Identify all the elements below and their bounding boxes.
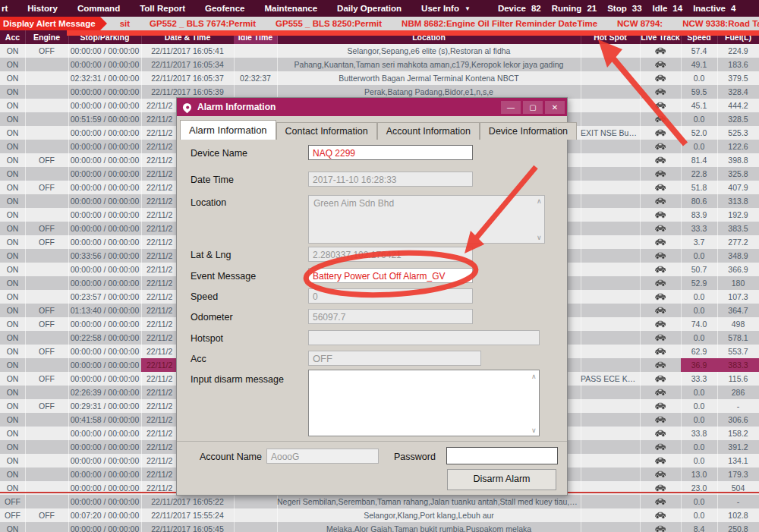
tab-contact-information[interactable]: Contact Information xyxy=(276,122,377,140)
cell-hot-spot xyxy=(581,467,641,481)
car-icon[interactable] xyxy=(654,307,666,314)
cell-acc: ON xyxy=(0,44,26,58)
car-icon[interactable] xyxy=(654,184,666,191)
cell-acc: ON xyxy=(0,58,26,71)
car-icon[interactable] xyxy=(654,115,666,123)
cell-fuel: 366.9 xyxy=(717,263,759,276)
car-icon[interactable] xyxy=(654,88,666,96)
cell-stop-parking: 00:00:00 / 00:00:00 xyxy=(68,372,142,386)
cell-engine: OFF xyxy=(25,235,69,249)
car-icon[interactable] xyxy=(654,402,666,410)
maximize-button[interactable]: ▢ xyxy=(523,101,543,114)
column-header-engine[interactable]: Engine xyxy=(25,30,69,44)
cell-live-track xyxy=(640,126,682,140)
column-header-acc[interactable]: Acc xyxy=(0,30,26,44)
car-icon[interactable] xyxy=(654,525,666,532)
cell-live-track xyxy=(640,263,682,276)
car-icon[interactable] xyxy=(654,443,666,451)
disarm-message-field[interactable] xyxy=(308,370,540,436)
cell-fuel: 398.8 xyxy=(717,153,759,167)
cell-date-time: 22/11/2017 16:05:45 xyxy=(141,522,235,532)
hotspot-field[interactable] xyxy=(308,330,540,345)
car-icon[interactable] xyxy=(654,293,666,301)
car-icon[interactable] xyxy=(654,361,666,369)
tab-alarm-information[interactable]: Alarm Information xyxy=(180,120,276,140)
car-icon[interactable] xyxy=(654,266,666,273)
menu-item-user-info[interactable]: User Info xyxy=(411,4,469,13)
menu-item-report[interactable]: rt xyxy=(0,4,17,13)
car-icon[interactable] xyxy=(654,102,666,109)
cell-live-track xyxy=(640,235,682,249)
car-icon[interactable] xyxy=(654,279,666,287)
car-icon[interactable] xyxy=(654,416,666,423)
chevron-down-icon[interactable]: ▼ xyxy=(465,5,471,12)
car-icon[interactable] xyxy=(654,170,666,178)
account-name-field[interactable]: AoooG xyxy=(266,449,379,464)
cell-hot-spot xyxy=(581,222,641,235)
cell-fuel: 391.2 xyxy=(717,440,759,454)
table-row[interactable]: ON 02:32:31 / 00:00:00 22/11/2017 16:05:… xyxy=(0,71,759,85)
date-time-field[interactable]: 2017-11-10 16:28:33 xyxy=(308,172,473,187)
location-field[interactable]: Green Aim Sdn Bhd xyxy=(308,195,545,244)
car-icon[interactable] xyxy=(654,156,666,164)
cell-live-track xyxy=(640,194,682,208)
car-icon[interactable] xyxy=(654,512,666,519)
car-icon[interactable] xyxy=(654,197,666,205)
menu-item-daily-operation[interactable]: Daily Operation xyxy=(327,4,411,13)
car-icon[interactable] xyxy=(654,252,666,260)
car-icon[interactable] xyxy=(654,74,666,82)
car-icon[interactable] xyxy=(654,389,666,396)
car-icon[interactable] xyxy=(654,211,666,219)
dialog-title-bar[interactable]: Alarm Information — ▢ ✕ xyxy=(177,98,567,116)
car-icon[interactable] xyxy=(654,348,666,355)
close-button[interactable]: ✕ xyxy=(545,101,565,114)
table-row[interactable]: OFF OFF 00:07:20 / 00:00:00 22/11/2017 1… xyxy=(0,508,759,522)
table-row[interactable]: OFF 00:00:00 / 00:00:00 22/11/2017 16:05… xyxy=(0,495,759,508)
car-icon[interactable] xyxy=(654,471,666,478)
stat-inactive-label: Inactive xyxy=(693,4,726,13)
car-icon[interactable] xyxy=(654,47,666,55)
cell-speed: 0.0 xyxy=(681,495,718,508)
table-row[interactable]: ON OFF 00:00:00 / 00:00:00 22/11/2017 16… xyxy=(0,44,759,58)
cell-acc: OFF xyxy=(0,508,26,522)
car-icon[interactable] xyxy=(654,129,666,137)
table-row[interactable]: ON 00:00:00 / 00:00:00 22/11/2017 16:05:… xyxy=(0,522,759,532)
event-message-field[interactable]: Battery Power Cut Off Alarm_GV xyxy=(308,268,473,283)
minimize-button[interactable]: — xyxy=(501,101,521,114)
car-icon[interactable] xyxy=(654,334,666,342)
car-icon[interactable] xyxy=(654,457,666,464)
disarm-alarm-button[interactable]: Disarm Alarm xyxy=(447,469,556,490)
car-icon[interactable] xyxy=(654,225,666,232)
cell-hot-spot xyxy=(581,249,641,263)
cell-hot-spot xyxy=(581,358,641,372)
tab-device-information[interactable]: Device Information xyxy=(480,122,577,140)
cell-speed: 0.0 xyxy=(681,71,718,85)
menu-item-command[interactable]: Command xyxy=(68,4,130,13)
odometer-field[interactable]: 56097.7 xyxy=(308,309,473,324)
car-icon[interactable] xyxy=(654,143,666,150)
car-icon[interactable] xyxy=(654,375,666,382)
display-alert-message-badge[interactable]: Display Alert Message xyxy=(0,17,100,30)
device-name-field[interactable]: NAQ 2299 xyxy=(308,145,473,160)
cell-engine xyxy=(25,386,69,399)
cell-hot-spot xyxy=(581,153,641,167)
menu-item-geofence[interactable]: Geofence xyxy=(195,4,254,13)
car-icon[interactable] xyxy=(654,61,666,68)
table-row[interactable]: ON 00:00:00 / 00:00:00 22/11/2017 16:05:… xyxy=(0,58,759,71)
tab-account-information[interactable]: Account Information xyxy=(377,122,480,140)
menu-item-history[interactable]: History xyxy=(17,4,68,13)
cell-speed: 0.0 xyxy=(681,508,718,522)
lat-lng-field[interactable]: 2.280337,102.176421 xyxy=(308,247,473,262)
car-icon[interactable] xyxy=(654,320,666,328)
car-icon[interactable] xyxy=(654,430,666,437)
password-field[interactable] xyxy=(446,447,558,464)
car-icon[interactable] xyxy=(654,498,666,505)
cell-fuel: 364.7 xyxy=(717,304,759,317)
car-icon[interactable] xyxy=(654,484,666,492)
menu-item-toll-report[interactable]: Toll Report xyxy=(130,4,195,13)
cell-fuel: 325.8 xyxy=(717,167,759,181)
acc-field[interactable]: OFF xyxy=(308,351,481,366)
speed-field[interactable]: 0 xyxy=(308,288,473,304)
car-icon[interactable] xyxy=(654,238,666,246)
menu-item-maintenance[interactable]: Maintenance xyxy=(254,4,327,13)
